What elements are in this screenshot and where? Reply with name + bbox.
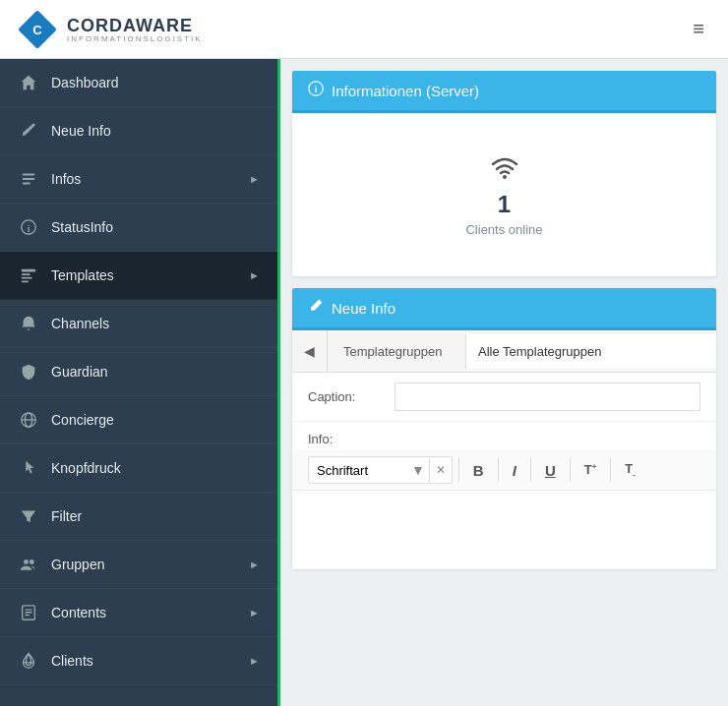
svg-rect-9 [22, 277, 32, 279]
sidebar-item-channels[interactable]: Channels [0, 300, 277, 348]
home-icon [18, 72, 39, 93]
neue-info-title: Neue Info [332, 300, 395, 317]
sidebar-item-gruppen[interactable]: Gruppen ► [0, 541, 277, 589]
svg-rect-17 [25, 609, 31, 610]
sidebar-item-statusinfo[interactable]: i StatusInfo [0, 204, 277, 252]
sidebar-item-filter[interactable]: Filter [0, 493, 277, 541]
infos-arrow-icon: ► [249, 173, 260, 185]
server-info-header: i Informationen (Server) [292, 71, 716, 110]
bell-icon [18, 313, 39, 334]
server-info-body: 1 Clients online [292, 113, 716, 276]
infos-icon [18, 168, 39, 190]
templategruppen-prev-button[interactable]: ◀ [292, 330, 328, 372]
logo-area: C CORDAWARE INFORMATIONSLOGISTIK [16, 8, 203, 51]
sidebar-label-knopfdruck: Knopfdruck [51, 460, 260, 476]
sidebar-label-infos: Infos [51, 171, 249, 187]
svg-point-14 [24, 559, 29, 564]
server-info-title: Informationen (Server) [332, 83, 479, 99]
sidebar-item-guardian[interactable]: Guardian [0, 348, 277, 396]
sidebar-label-neue-info: Neue Info [51, 123, 260, 139]
sidebar-item-dashboard[interactable]: Dashboard [0, 59, 277, 107]
guardian-icon [18, 361, 39, 382]
logo-subtext: INFORMATIONSLOGISTIK [67, 34, 203, 43]
svg-rect-8 [22, 273, 30, 275]
toolbar-sep-2 [498, 458, 499, 482]
font-dropdown-icon[interactable]: ▼ [407, 457, 429, 483]
groups-icon [18, 554, 39, 575]
svg-rect-4 [23, 183, 30, 185]
svg-text:i: i [28, 223, 30, 234]
edit-header-icon [308, 298, 324, 318]
sidebar-label-templates: Templates [51, 267, 249, 283]
superscript-button[interactable]: T+ [576, 458, 605, 481]
logo-text: CORDAWARE [67, 16, 193, 35]
caption-row: Caption: [292, 373, 716, 422]
gruppen-arrow-icon: ► [249, 559, 260, 570]
sidebar-item-infos[interactable]: Infos ► [0, 155, 277, 204]
wifi-icon [489, 152, 520, 187]
sidebar-label-guardian: Guardian [51, 364, 260, 380]
subscript-button[interactable]: T- [617, 457, 643, 483]
sidebar-label-concierge: Concierge [51, 412, 260, 428]
templategruppen-label: Templategruppen [328, 344, 465, 359]
svg-point-15 [30, 559, 34, 564]
svg-rect-2 [23, 174, 35, 176]
editor-area[interactable] [292, 491, 716, 569]
sidebar-label-clients: Clients [51, 653, 249, 669]
clients-online-widget: 1 Clients online [308, 129, 700, 261]
templategruppen-row: ◀ Templategruppen Alle Templategruppen [292, 330, 716, 373]
sidebar-label-contents: Contents [51, 605, 249, 620]
toolbar-sep-3 [530, 458, 531, 482]
info-label: Info: [308, 432, 333, 446]
sidebar-item-contents[interactable]: Contents ► [0, 589, 277, 637]
templates-arrow-icon: ► [249, 269, 260, 281]
sidebar-label-gruppen: Gruppen [51, 557, 249, 572]
globe-icon [18, 409, 39, 431]
sidebar-item-concierge[interactable]: Concierge [0, 396, 277, 444]
editor-toolbar: Schriftart ▼ ✕ B I U T+ T- [292, 450, 716, 491]
templategruppen-value: Alle Templategruppen [465, 334, 716, 369]
sidebar-item-clients[interactable]: Clients ► [0, 637, 277, 685]
italic-button[interactable]: I [505, 458, 524, 483]
sidebar-label-channels: Channels [51, 316, 260, 331]
svg-text:i: i [315, 84, 318, 94]
neue-info-card: Neue Info ◀ Templategruppen Alle Templat… [292, 288, 716, 569]
caption-label: Caption: [308, 389, 387, 404]
contents-icon [18, 602, 39, 623]
caption-input[interactable] [394, 382, 700, 411]
svg-rect-10 [22, 280, 29, 282]
top-header: C CORDAWARE INFORMATIONSLOGISTIK ≡ [0, 0, 728, 59]
toolbar-sep-4 [570, 458, 571, 482]
font-clear-icon[interactable]: ✕ [429, 458, 452, 482]
sidebar-item-neue-info[interactable]: Neue Info [0, 107, 277, 155]
neue-info-header: Neue Info [292, 288, 716, 327]
hamburger-button[interactable]: ≡ [685, 14, 712, 44]
edit-icon [18, 120, 39, 142]
info-header-icon: i [308, 81, 324, 100]
templates-icon [18, 265, 39, 286]
filter-icon [18, 505, 39, 527]
sidebar-item-templates[interactable]: Templates ► [0, 252, 277, 300]
svg-rect-18 [25, 612, 31, 613]
pointer-icon [18, 457, 39, 479]
logo-icon: C [16, 8, 59, 51]
sidebar-label-statusinfo: StatusInfo [51, 219, 260, 235]
sidebar-item-knopfdruck[interactable]: Knopfdruck [0, 444, 277, 493]
bold-button[interactable]: B [465, 458, 492, 483]
info-label-row: Info: [292, 422, 716, 450]
main-layout: Dashboard Neue Info Infos ► i StatusInfo [0, 59, 728, 706]
font-select-wrapper: Schriftart ▼ ✕ [308, 456, 453, 484]
sidebar-label-filter: Filter [51, 508, 260, 524]
svg-rect-7 [22, 269, 35, 272]
clients-icon [18, 650, 39, 672]
underline-button[interactable]: U [537, 458, 564, 483]
clients-arrow-icon: ► [249, 655, 260, 667]
contents-arrow-icon: ► [249, 607, 260, 618]
svg-rect-19 [25, 615, 30, 616]
content-area: i Informationen (Server) 1 [280, 59, 728, 706]
font-select[interactable]: Schriftart [309, 458, 407, 483]
clients-count: 1 [498, 191, 511, 218]
toolbar-sep-1 [458, 458, 459, 482]
sidebar: Dashboard Neue Info Infos ► i StatusInfo [0, 59, 280, 706]
svg-rect-3 [23, 178, 35, 180]
